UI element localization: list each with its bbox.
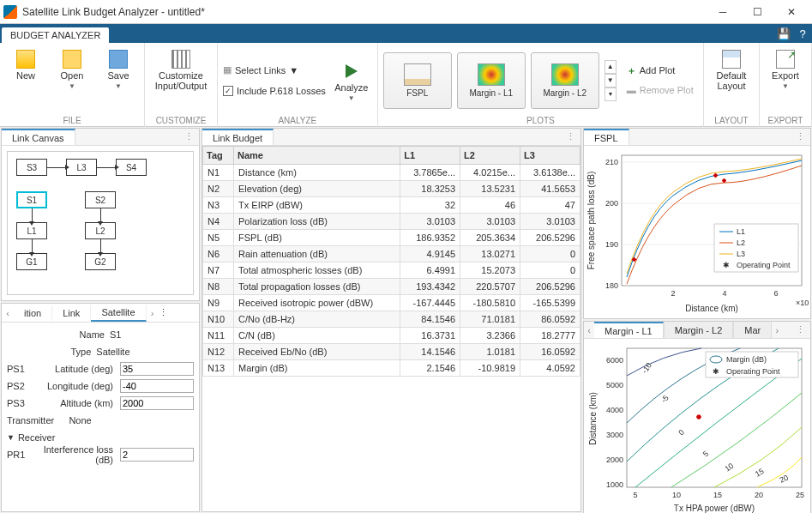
table-row[interactable]: N6Rain attenuation (dB)4.914513.02710 <box>203 246 580 263</box>
margin-l1-tab[interactable]: Margin - L1 <box>594 322 664 339</box>
table-row[interactable]: N1Distance (km)3.7865e...4.0215e...3.613… <box>203 165 580 181</box>
margin-l3-tab[interactable]: Mar <box>733 322 772 339</box>
fspl-tab[interactable]: FSPL <box>584 129 629 146</box>
link-budget-table[interactable]: Tag Name L1 L2 L3 N1Distance (km)3.7865e… <box>202 146 580 377</box>
table-row[interactable]: N5FSPL (dB)186.9352205.3634206.5296 <box>203 230 580 246</box>
panel-menu-icon[interactable]: ⋮ <box>179 131 199 142</box>
margin-plot-panel: ‹ Margin - L1 Margin - L2 Mar › ⋮ 1000 2… <box>583 321 811 513</box>
plot-margin-l2-label: Margin - L2 <box>543 88 586 98</box>
props-tab-position[interactable]: ition <box>14 305 52 321</box>
link-canvas-tab[interactable]: Link Canvas <box>2 129 75 146</box>
close-button[interactable]: ✕ <box>774 0 809 24</box>
altitude-input[interactable] <box>120 396 194 410</box>
link-budget-tab[interactable]: Link Budget <box>202 129 274 146</box>
svg-text:0: 0 <box>677 428 686 438</box>
svg-text:×10^4: ×10^4 <box>796 299 809 307</box>
svg-text:Operating Point: Operating Point <box>737 261 791 269</box>
table-row[interactable]: N2Elevation (deg)18.325313.523141.5653 <box>203 181 580 197</box>
table-row[interactable]: N13Margin (dB)2.1546-10.98194.0592 <box>203 360 580 377</box>
node-s1[interactable]: S1 <box>16 191 47 208</box>
help-icon[interactable]: ? <box>793 24 812 43</box>
receiver-expand-icon[interactable]: ▼ <box>7 433 15 442</box>
save-button[interactable]: Save▼ <box>98 46 139 90</box>
svg-text:Operating Point: Operating Point <box>726 367 780 376</box>
table-row[interactable]: N4Polarization loss (dB)3.01033.01033.01… <box>203 214 580 230</box>
table-row[interactable]: N11C/N (dB)16.37313.236618.2777 <box>203 328 580 344</box>
node-l3[interactable]: L3 <box>66 159 97 176</box>
node-s3[interactable]: S3 <box>16 159 47 176</box>
node-s2[interactable]: S2 <box>85 191 116 208</box>
ribbon-tab-budget-analyzer[interactable]: BUDGET ANALYZER <box>2 27 109 43</box>
fspl-menu-icon[interactable]: ⋮ <box>791 131 810 142</box>
type-value: Satellite <box>96 347 129 357</box>
latitude-input[interactable] <box>120 362 194 376</box>
svg-text:6000: 6000 <box>606 356 623 365</box>
svg-text:2000: 2000 <box>606 456 623 464</box>
margin-tabs-left[interactable]: ‹ <box>584 325 594 335</box>
svg-text:L3: L3 <box>737 250 745 258</box>
table-row[interactable]: N12Received Eb/No (dB)14.15461.018116.05… <box>203 344 580 360</box>
title-bar: Satellite Link Budget Analyzer - untitle… <box>0 0 812 24</box>
select-links-label: Select Links <box>235 65 286 75</box>
link-diagram[interactable]: S3 L3 S4 S1 S2 L1 L2 G1 G2 <box>7 151 194 295</box>
save-icon[interactable]: 💾 <box>774 24 793 43</box>
plot-margin-l2-button[interactable]: Margin - L2 <box>531 52 599 109</box>
svg-text:10: 10 <box>723 462 735 474</box>
new-button[interactable]: New <box>5 46 46 81</box>
props-tab-satellite[interactable]: Satellite <box>91 305 146 322</box>
col-l3[interactable]: L3 <box>520 147 580 165</box>
budget-menu-icon[interactable]: ⋮ <box>561 131 580 142</box>
table-row[interactable]: N10C/No (dB-Hz)84.154671.018186.0592 <box>203 311 580 328</box>
svg-text:190: 190 <box>605 240 618 249</box>
col-l1[interactable]: L1 <box>400 147 460 165</box>
longitude-input[interactable] <box>120 379 194 393</box>
col-l2[interactable]: L2 <box>460 147 520 165</box>
export-label: Export <box>772 70 799 81</box>
link-canvas-panel: Link Canvas ⋮ S3 L3 S4 S1 S2 L1 L2 G1 G2 <box>1 128 200 301</box>
plot-gallery-scroll[interactable]: ▲▼▾ <box>604 52 617 109</box>
include-p618-checkbox[interactable]: ✓Include P.618 Losses <box>223 82 326 100</box>
default-layout-button[interactable]: Default Layout <box>709 46 754 91</box>
margin-tabs-right[interactable]: › <box>772 325 782 335</box>
export-button[interactable]: ↗Export▼ <box>765 46 806 90</box>
col-name[interactable]: Name <box>234 147 400 165</box>
fspl-chart[interactable]: 180 190 200 210 2 4 6 ×10^4 <box>584 146 810 318</box>
props-scroll-left[interactable]: ‹ <box>2 308 14 318</box>
margin-chart[interactable]: 1000 2000 3000 4000 5000 6000 5 10 15 20… <box>584 339 810 513</box>
ribbon-tabbar: BUDGET ANALYZER 💾 ? <box>0 24 812 43</box>
receiver-label: Receiver <box>18 432 55 443</box>
fspl-plot-panel: FSPL ⋮ 180 190 200 210 2 4 6 ×10^4 <box>583 128 811 319</box>
table-row[interactable]: N9Received isotropic power (dBW)-167.444… <box>203 295 580 311</box>
svg-text:20: 20 <box>779 474 790 485</box>
remove-plot-button[interactable]: ▬Remove Plot <box>627 81 694 99</box>
analyze-button[interactable]: Analyze▼ <box>331 58 372 102</box>
open-button[interactable]: Open▼ <box>51 46 93 90</box>
transmitter-label: Transmitter <box>7 415 54 425</box>
svg-text:Distance (km): Distance (km) <box>685 304 738 313</box>
maximize-button[interactable]: ☐ <box>740 0 774 24</box>
props-scroll-right[interactable]: › <box>147 308 159 318</box>
new-label: New <box>16 70 35 81</box>
props-tab-link[interactable]: Link <box>52 305 91 321</box>
svg-text:4: 4 <box>722 289 726 298</box>
select-links-dropdown[interactable]: ▦Select Links▼ <box>223 62 326 79</box>
col-tag[interactable]: Tag <box>203 147 234 165</box>
plot-margin-l1-button[interactable]: Margin - L1 <box>457 52 526 109</box>
node-s4[interactable]: S4 <box>116 159 147 176</box>
minimize-button[interactable]: ─ <box>706 0 740 24</box>
margin-l2-tab[interactable]: Margin - L2 <box>664 322 734 339</box>
add-plot-button[interactable]: ＋Add Plot <box>627 62 694 79</box>
intloss-label: Interference loss (dB) <box>31 444 117 465</box>
table-row[interactable]: N3Tx EIRP (dBW)324647 <box>203 197 580 214</box>
app-icon <box>3 5 17 19</box>
intloss-input[interactable] <box>120 448 194 462</box>
table-row[interactable]: N7Total atmospheric losses (dB)6.499115.… <box>203 263 580 279</box>
table-row[interactable]: N8Total propagation losses (dB)193.43422… <box>203 279 580 295</box>
props-menu-icon[interactable]: ⋮ <box>159 307 168 318</box>
ps3-label: PS3 <box>7 398 27 408</box>
customize-io-button[interactable]: Customize Input/Output <box>150 46 212 91</box>
plot-fspl-button[interactable]: FSPL <box>383 52 452 109</box>
group-file-label: FILE <box>5 114 139 127</box>
p618-label: Include P.618 Losses <box>237 86 326 96</box>
margin-menu-icon[interactable]: ⋮ <box>791 324 810 335</box>
